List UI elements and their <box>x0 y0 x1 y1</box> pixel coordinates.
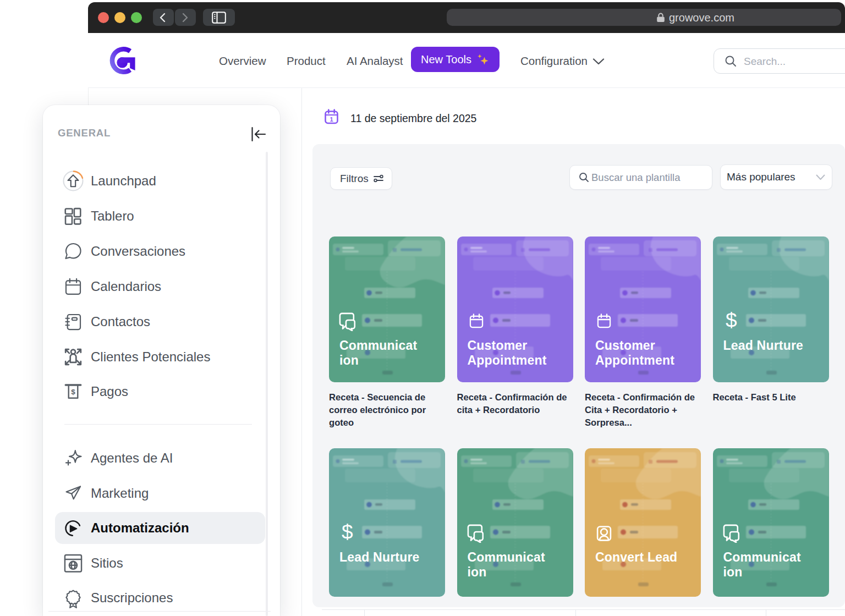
svg-text:$: $ <box>71 388 75 396</box>
svg-text:$: $ <box>726 311 737 331</box>
svg-text:$: $ <box>342 522 353 542</box>
svg-text:1: 1 <box>330 116 333 123</box>
